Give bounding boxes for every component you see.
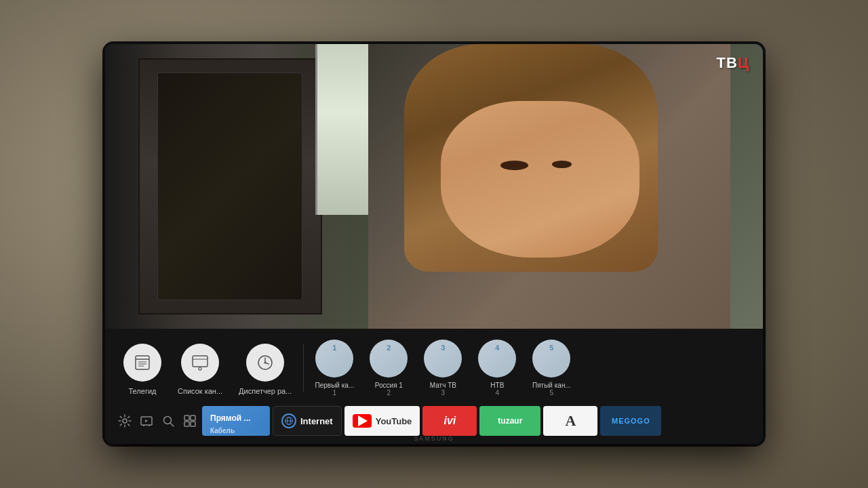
svg-point-7	[199, 367, 201, 370]
channel-number-5: 5	[549, 344, 553, 352]
channel-circle-3: 3	[424, 340, 462, 378]
scene-person	[368, 44, 730, 329]
menu-item-channel-list[interactable]: Список кан...	[170, 338, 231, 401]
internet-label: Internet	[300, 416, 333, 426]
channel-item-3[interactable]: 3 Матч ТВ 3	[416, 336, 470, 401]
channel-num-5: 5	[550, 389, 554, 396]
tv-screen: ТВЦ	[105, 44, 763, 329]
channel-number-2: 2	[387, 344, 391, 352]
svg-rect-0	[136, 356, 149, 369]
channel-name-2: Россия 1	[375, 382, 403, 389]
app-amediateka[interactable]: A	[543, 406, 597, 436]
channel-name-1: Первый ка...	[315, 382, 355, 389]
app-pryamoy[interactable]: Прямой ... Кабель	[202, 406, 270, 436]
ivi-label: ivi	[443, 415, 456, 427]
video-content	[105, 44, 763, 329]
divider	[303, 344, 304, 392]
channel-num-1: 1	[333, 389, 337, 396]
tv-frame: ТВЦ Телегид	[105, 44, 763, 444]
apps-row: Прямой ... Кабель Internet	[105, 406, 763, 439]
menu-row: Телегид Список кан...	[105, 336, 763, 406]
svg-rect-21	[184, 422, 189, 426]
scene-door	[138, 58, 323, 314]
pryamoy-sub-text: Кабель	[210, 427, 235, 434]
megogo-label: MEGOGO	[612, 417, 650, 425]
channel-circle-5: 5	[532, 340, 570, 378]
channel-num-4: 4	[496, 389, 500, 396]
menu-item-dispatcher[interactable]: Диспетчер ра...	[231, 338, 300, 401]
app-youtube[interactable]: YouTube	[344, 406, 420, 436]
dispatcher-icon	[246, 344, 284, 382]
amediateka-label: A	[565, 412, 576, 430]
channel-circle-2: 2	[370, 340, 408, 378]
person-eye-left	[500, 161, 528, 170]
channel-num-3: 3	[441, 389, 446, 396]
channel-logo: ТВЦ	[717, 54, 749, 72]
channel-item-1[interactable]: 1 Первый ка... 1	[307, 336, 361, 401]
channel-list-label: Список кан...	[178, 387, 222, 395]
svg-rect-20	[191, 415, 195, 420]
channel-name-3: Матч ТВ	[430, 382, 456, 389]
internet-globe-icon	[281, 413, 296, 428]
settings-icon[interactable]	[115, 411, 134, 430]
app-megogo[interactable]: MEGOGO	[600, 406, 661, 436]
person-eye-right	[552, 161, 572, 169]
youtube-play-triangle	[358, 415, 368, 426]
source-icon[interactable]	[137, 411, 156, 430]
channel-item-5[interactable]: 5 Пятый кан... 5	[524, 336, 578, 401]
pryamoy-main-text: Прямой ...	[210, 413, 251, 423]
app-internet[interactable]: Internet	[273, 406, 342, 436]
ui-panel: Телегид Список кан...	[105, 329, 763, 444]
app-tuzaur[interactable]: tuzaur	[479, 406, 540, 436]
youtube-icon	[353, 414, 372, 428]
tuzaur-label: tuzaur	[498, 416, 522, 426]
brand-label: SAMSUNG	[414, 435, 454, 442]
search-icon[interactable]	[159, 411, 178, 430]
channel-circle-1: 1	[315, 340, 353, 378]
svg-point-12	[264, 362, 267, 364]
channel-number-1: 1	[332, 344, 336, 352]
menu-item-teleguide[interactable]: Телегид	[115, 338, 170, 401]
channel-logo-text: ТВЦ	[717, 54, 749, 71]
dispatcher-label: Диспетчер ра...	[239, 387, 292, 395]
channel-number-3: 3	[441, 344, 445, 352]
channel-num-2: 2	[387, 389, 391, 396]
channel-item-4[interactable]: 4 НТВ 4	[470, 336, 524, 401]
svg-line-18	[170, 423, 174, 426]
teleguide-icon	[123, 344, 161, 382]
app-ivi[interactable]: ivi	[422, 406, 477, 436]
channel-list-icon	[181, 344, 219, 382]
channel-circle-4: 4	[478, 340, 516, 378]
teleguide-label: Телегид	[129, 387, 157, 395]
channel-name-4: НТВ	[490, 382, 504, 389]
apps-grid-icon[interactable]	[180, 411, 199, 430]
svg-rect-22	[191, 422, 195, 426]
youtube-label: YouTube	[376, 416, 412, 426]
svg-point-13	[123, 419, 127, 423]
channel-item-2[interactable]: 2 Россия 1 2	[361, 336, 416, 401]
person-face	[441, 101, 639, 258]
channel-number-4: 4	[495, 344, 499, 352]
svg-rect-5	[193, 356, 208, 367]
channel-name-5: Пятый кан...	[532, 382, 571, 389]
svg-rect-19	[184, 415, 189, 420]
